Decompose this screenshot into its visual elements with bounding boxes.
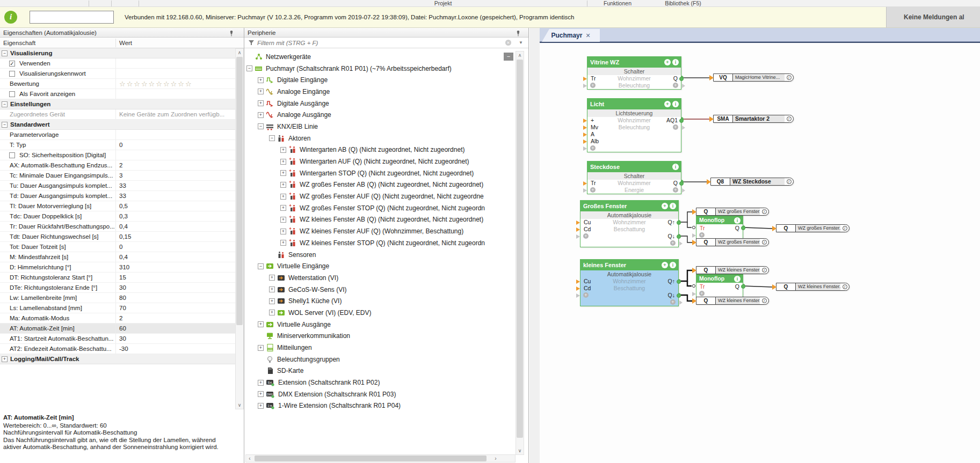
expand-toggle-icon[interactable]: +	[280, 240, 286, 246]
property-value[interactable]: 0,4	[119, 222, 128, 232]
property-row[interactable]: T: Typ0	[0, 140, 235, 150]
tree-item[interactable]: −KNX/EIB Linie	[245, 121, 516, 133]
output-label[interactable]: Q	[673, 180, 678, 187]
expand-outputs-icon[interactable]: +	[673, 187, 678, 193]
menu-item-bibliothek[interactable]: Bibliothek (F5)	[656, 0, 710, 7]
output-connector-dot[interactable]	[677, 293, 681, 298]
filter-dropdown-icon[interactable]: ▼	[519, 40, 523, 45]
expand-toggle-icon[interactable]: +	[258, 112, 264, 118]
output-connector[interactable]: QWZ kleines Fenster...i	[696, 266, 769, 274]
expand-toggle-icon[interactable]: −	[2, 122, 8, 128]
connector-info-icon[interactable]: i	[760, 239, 768, 246]
output-connector-dot[interactable]	[677, 221, 681, 225]
expand-toggle-icon[interactable]: +	[280, 170, 286, 176]
tree-item[interactable]: +GeCoS-W-Sens (VI)	[245, 284, 516, 296]
expand-toggle-icon[interactable]: +	[269, 275, 275, 281]
expand-outputs-icon[interactable]: +	[670, 299, 676, 305]
property-row[interactable]: Tc: Minimale Dauer Eingangsimpuls...3	[0, 171, 235, 181]
tree-horizontal-scrollbar[interactable]: ‹ ›	[245, 454, 516, 462]
tree-item[interactable]: Netzwerkgeräte	[245, 51, 516, 63]
connector-info-icon[interactable]: i	[840, 283, 849, 290]
filter-clear-icon[interactable]: ✕	[505, 40, 511, 46]
input-arrow-icon[interactable]	[583, 77, 587, 81]
menu-item-funktionen[interactable]: Funktionen	[591, 0, 644, 7]
tree-item[interactable]: +Digitale Eingänge	[245, 74, 516, 86]
property-row[interactable]: SO: Sicherheitsposition [Digital]	[0, 150, 235, 160]
property-value[interactable]: 33	[119, 181, 126, 191]
checkbox[interactable]	[9, 152, 15, 158]
collapse-all-button[interactable]: −	[504, 53, 513, 61]
input-label[interactable]: Tr	[700, 224, 705, 232]
tree-item[interactable]: +Virtuelle Ausgänge	[245, 319, 516, 330]
expand-toggle-icon[interactable]: +	[280, 194, 286, 200]
block-add-icon[interactable]: +	[664, 59, 671, 65]
property-value[interactable]: 30	[119, 334, 126, 344]
expand-toggle-icon[interactable]: +	[280, 217, 286, 223]
block-add-icon[interactable]: +	[662, 203, 668, 209]
property-group-row[interactable]: +Logging/Mail/Call/Track	[0, 354, 235, 364]
expand-toggle-icon[interactable]: +	[280, 229, 286, 234]
tree-item[interactable]: +Digitale Ausgänge	[245, 98, 516, 109]
scrollbar-thumb[interactable]	[236, 57, 243, 325]
property-row[interactable]: AT: Automatik-Zeit [min]60	[0, 324, 235, 334]
property-value[interactable]: Keine Geräte zum Zuordnen verfügb...	[119, 109, 224, 120]
tab-puchmayr[interactable]: Puchmayr✕	[542, 29, 600, 42]
tree-item[interactable]: +1-w1-Wire Extension (Schaltschrank R01 …	[245, 400, 516, 412]
expand-toggle-icon[interactable]: +	[280, 205, 286, 211]
expand-inputs-icon[interactable]: +	[583, 292, 589, 298]
property-row[interactable]: Bewertung☆☆☆☆☆☆☆☆☆☆	[0, 79, 235, 89]
expand-outputs-icon[interactable]: +	[670, 240, 676, 246]
output-connector-dot[interactable]	[677, 280, 681, 284]
block-info-icon[interactable]: i	[672, 101, 679, 107]
property-row[interactable]: Ma: Automatik-Modus2	[0, 313, 235, 324]
output-label[interactable]: Q↑	[668, 219, 675, 226]
tree-item[interactable]: −Virtuelle Eingänge	[245, 260, 516, 272]
input-arrow-icon[interactable]	[583, 181, 587, 186]
tree-item[interactable]: +Analoge Eingänge	[245, 86, 516, 98]
property-value[interactable]: -30	[119, 344, 128, 354]
block-info-icon[interactable]: i	[672, 164, 679, 170]
menu-item-projekt[interactable]: Projekt	[419, 0, 467, 7]
output-connector[interactable]: SMASmartaktor 2i	[713, 115, 794, 123]
connector-info-icon[interactable]: i	[840, 225, 849, 232]
property-value[interactable]: 0,5	[119, 201, 128, 211]
property-row[interactable]: Tr: Dauer Rückfahrt/Beschattungspo...0,4	[0, 222, 235, 232]
input-arrow-icon[interactable]	[576, 227, 580, 232]
checkbox[interactable]: ✓	[9, 61, 15, 67]
function-block-monoflop-2[interactable]: MonoflopiTrQ+	[696, 274, 743, 298]
tree-item[interactable]: Beleuchtungsgruppen	[245, 354, 516, 365]
output-connector-dot[interactable]	[677, 234, 681, 239]
output-label[interactable]: Q↓	[668, 233, 675, 240]
tree-vertical-scrollbar[interactable]: ∧ ∨	[516, 51, 524, 455]
property-row[interactable]: Als Favorit anzeigen	[0, 89, 235, 99]
expand-inputs-icon[interactable]: +	[699, 291, 705, 296]
tree-item[interactable]: Miniserverkommunikation	[245, 330, 516, 342]
input-arrow-icon[interactable]	[576, 234, 580, 239]
expand-toggle-icon[interactable]: +	[258, 100, 264, 106]
checkbox[interactable]	[9, 91, 15, 97]
property-group-row[interactable]: −Standardwert	[0, 120, 235, 130]
scroll-right-icon[interactable]: ›	[492, 455, 499, 462]
output-connector[interactable]: Q8WZ Steckdosei	[710, 178, 794, 186]
function-block-licht[interactable]: Licht+iLichtsteuerung+WohnzimmerAQ1MvBel…	[587, 98, 681, 152]
connector-info-icon[interactable]: i	[785, 74, 793, 81]
property-value[interactable]: 0	[119, 140, 122, 150]
output-connector[interactable]: QWZ großes Fenster...i	[696, 208, 769, 216]
connector-info-icon[interactable]: i	[785, 115, 793, 122]
expand-outputs-icon[interactable]: +	[673, 124, 678, 130]
tree-item[interactable]: +WOL Server (VI) (EDV, EDV)	[245, 307, 516, 319]
function-block-monoflop-1[interactable]: MonoflopiTrQ+	[696, 216, 743, 240]
property-value[interactable]: 2	[119, 160, 122, 171]
property-row[interactable]: Zugeordnetes GerätKeine Geräte zum Zuord…	[0, 109, 235, 120]
expand-toggle-icon[interactable]: −	[2, 101, 8, 107]
expand-toggle-icon[interactable]: +	[280, 182, 286, 188]
rating-stars[interactable]: ☆☆☆☆☆☆☆☆☆☆	[119, 79, 193, 89]
input-arrow-icon[interactable]	[583, 119, 587, 123]
connector-info-icon[interactable]: i	[760, 267, 768, 274]
tree-item[interactable]: +WZ kleines Fenster AB (Q) (Nicht zugeor…	[245, 214, 516, 226]
output-connector-dot[interactable]	[741, 284, 745, 289]
expand-toggle-icon[interactable]: −	[246, 65, 252, 71]
input-arrow-icon[interactable]	[583, 126, 587, 130]
tree-item[interactable]: +Shelly1 Küche (VI)	[245, 295, 516, 307]
tree-item[interactable]: +Wintergarten STOP (Q) (Nicht zugeordnet…	[245, 167, 516, 179]
